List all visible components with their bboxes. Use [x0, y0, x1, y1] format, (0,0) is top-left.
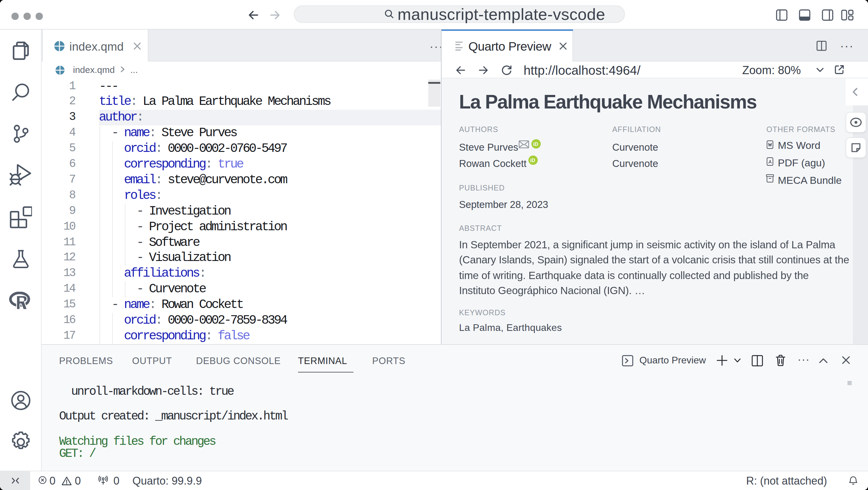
svg-text:iD: iD	[533, 141, 538, 147]
svg-text:iD: iD	[530, 158, 535, 163]
